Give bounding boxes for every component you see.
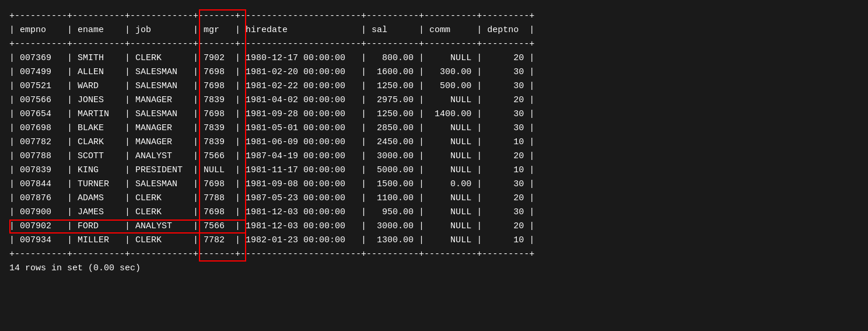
table-row: | 007902 | FORD | ANALYST | 7566 | 1981-… — [9, 219, 534, 234]
table-output: +----------+----------+------------+----… — [9, 9, 534, 276]
table-row: | 007788 | SCOTT | ANALYST | 7566 | 1987… — [9, 149, 534, 163]
table-row: | 007839 | KING | PRESIDENT | NULL | 198… — [9, 163, 534, 177]
footer-text: 14 rows in set (0.00 sec) — [9, 262, 534, 276]
table-row: | 007782 | CLARK | MANAGER | 7839 | 1981… — [9, 135, 534, 149]
table-row: | 007900 | JAMES | CLERK | 7698 | 1981-1… — [9, 205, 534, 219]
table-row: | 007934 | MILLER | CLERK | 7782 | 1982-… — [9, 234, 534, 248]
table-row: | 007698 | BLAKE | MANAGER | 7839 | 1981… — [9, 121, 534, 135]
table-row: | 007654 | MARTIN | SALESMAN | 7698 | 19… — [9, 107, 534, 121]
table-row: | 007521 | WARD | SALESMAN | 7698 | 1981… — [9, 79, 534, 93]
table-wrapper: +----------+----------+------------+----… — [9, 9, 534, 276]
table-row: | 007566 | JONES | MANAGER | 7839 | 1981… — [9, 93, 534, 107]
table-row: | 007369 | SMITH | CLERK | 7902 | 1980-1… — [9, 51, 534, 65]
table-row: | 007499 | ALLEN | SALESMAN | 7698 | 198… — [9, 65, 534, 79]
table-row: | 007876 | ADAMS | CLERK | 7788 | 1987-0… — [9, 191, 534, 205]
terminal-window: +----------+----------+------------+----… — [9, 9, 859, 276]
table-row: | 007844 | TURNER | SALESMAN | 7698 | 19… — [9, 177, 534, 191]
